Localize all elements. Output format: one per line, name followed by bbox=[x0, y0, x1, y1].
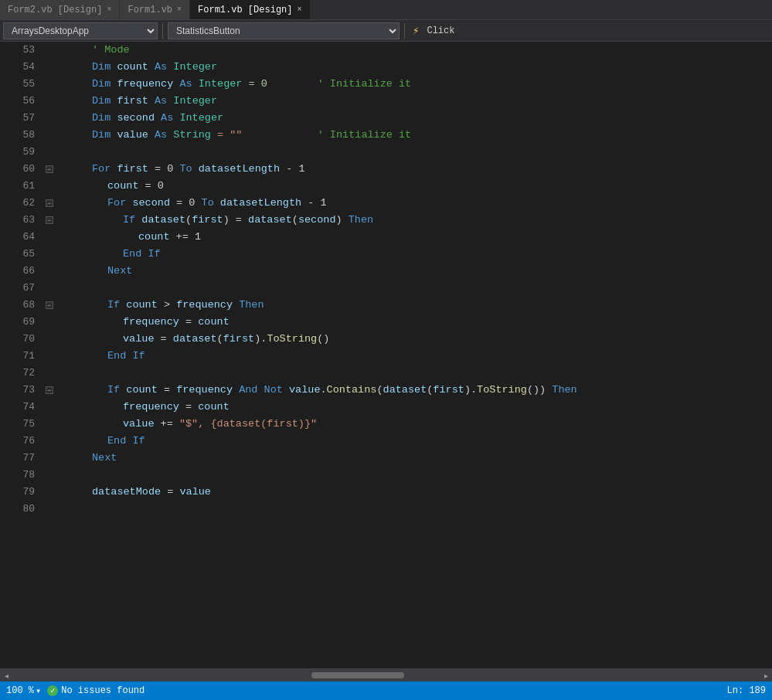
code-token bbox=[233, 382, 239, 399]
collapse-button[interactable]: − bbox=[46, 199, 53, 207]
code-token: = 0 bbox=[242, 76, 267, 93]
code-token: Next bbox=[107, 263, 132, 280]
code-token: count bbox=[138, 229, 170, 246]
code-line: Dim first As Integer bbox=[61, 93, 772, 110]
collapse-button[interactable]: − bbox=[46, 301, 53, 309]
object-dropdown[interactable]: ArraysDesktopApp bbox=[3, 22, 158, 39]
line-column-indicator: Ln: 189 bbox=[727, 685, 766, 696]
code-editor: 5354555657585960616263646566676869707172… bbox=[0, 42, 772, 668]
code-line bbox=[61, 144, 772, 161]
code-token: End If bbox=[107, 348, 145, 365]
tab-form1-vb[interactable]: Form1.vb × bbox=[120, 0, 190, 19]
code-token: String bbox=[173, 127, 211, 144]
check-icon: ✓ bbox=[47, 685, 58, 696]
code-token: value bbox=[123, 416, 155, 433]
close-icon[interactable]: × bbox=[297, 5, 301, 14]
code-token: End If bbox=[107, 433, 145, 450]
code-token: count bbox=[126, 382, 158, 399]
close-icon[interactable]: × bbox=[107, 5, 111, 14]
line-number: 73 bbox=[0, 382, 43, 399]
line-number: 55 bbox=[0, 76, 43, 93]
code-token: As bbox=[148, 93, 173, 110]
code-token: ( bbox=[292, 212, 298, 229]
code-token: first bbox=[117, 161, 148, 178]
code-line bbox=[61, 467, 772, 484]
code-token: End If bbox=[123, 246, 161, 263]
code-line: End If bbox=[61, 433, 772, 450]
code-token: second bbox=[117, 110, 155, 127]
code-token: Dim bbox=[92, 76, 117, 93]
scroll-left-button[interactable]: ◂ bbox=[0, 669, 12, 681]
collapse-button[interactable]: − bbox=[46, 386, 53, 394]
collapse-button[interactable]: − bbox=[46, 216, 53, 224]
code-token: ' Initialize it bbox=[318, 76, 412, 93]
code-token: value bbox=[179, 484, 211, 501]
code-line: If count = frequency And Not value.Conta… bbox=[61, 382, 772, 399]
line-number: 53 bbox=[0, 42, 43, 59]
code-token: ToString bbox=[477, 382, 527, 399]
code-line: If dataset(first) = dataset(second) Then bbox=[61, 212, 772, 229]
issues-status: ✓ No issues found bbox=[47, 685, 720, 696]
code-token: Next bbox=[92, 450, 117, 467]
code-token: Then bbox=[349, 212, 373, 229]
code-token: ) bbox=[336, 212, 349, 229]
line-number: 66 bbox=[0, 263, 43, 280]
zoom-control[interactable]: 100 % ▾ bbox=[6, 685, 41, 697]
line-number: 77 bbox=[0, 450, 43, 467]
code-line: Dim count As Integer bbox=[61, 59, 772, 76]
code-line: frequency = count bbox=[61, 399, 772, 416]
code-token: ' Mode bbox=[92, 42, 130, 59]
bottom-scrollbar-area: ◂ ▸ bbox=[0, 668, 772, 681]
event-dropdown[interactable]: StatisticsButton bbox=[168, 22, 400, 39]
issues-label: No issues found bbox=[61, 685, 145, 696]
code-line: count += 1 bbox=[61, 229, 772, 246]
code-token: Dim bbox=[92, 127, 117, 144]
scrollbar-track bbox=[12, 672, 760, 678]
code-token: = "" bbox=[211, 127, 243, 144]
code-token: first bbox=[117, 93, 148, 110]
line-numbers: 5354555657585960616263646566676869707172… bbox=[0, 42, 43, 668]
code-token: frequency bbox=[117, 76, 173, 93]
line-number: 57 bbox=[0, 110, 43, 127]
code-token: If bbox=[123, 212, 141, 229]
code-token: count bbox=[126, 297, 158, 314]
line-number: 56 bbox=[0, 93, 43, 110]
code-token: frequency bbox=[176, 297, 233, 314]
code-line: value = dataset(first).ToString() bbox=[61, 331, 772, 348]
code-token: For bbox=[107, 195, 132, 212]
zoom-label: 100 % bbox=[6, 685, 34, 696]
code-token: . bbox=[321, 382, 327, 399]
code-token: dataset bbox=[141, 212, 185, 229]
code-token: As bbox=[173, 76, 198, 93]
line-number: 64 bbox=[0, 229, 43, 246]
code-line: End If bbox=[61, 348, 772, 365]
line-number: 69 bbox=[0, 314, 43, 331]
code-token: frequency bbox=[123, 314, 179, 331]
line-number: 78 bbox=[0, 467, 43, 484]
line-number: 61 bbox=[0, 178, 43, 195]
code-line: For second = 0 To datasetLength - 1 bbox=[61, 195, 772, 212]
code-token: If bbox=[107, 297, 126, 314]
code-line bbox=[61, 280, 772, 297]
code-token: = bbox=[158, 382, 176, 399]
code-token: first bbox=[223, 331, 255, 348]
code-line: datasetMode = value bbox=[61, 484, 772, 501]
code-line bbox=[61, 365, 772, 382]
status-bar: 100 % ▾ ✓ No issues found Ln: 189 bbox=[0, 681, 772, 700]
code-token: If bbox=[107, 382, 126, 399]
scroll-right-button[interactable]: ▸ bbox=[760, 669, 772, 681]
code-line: ' Mode bbox=[61, 42, 772, 59]
scrollbar-thumb[interactable] bbox=[311, 672, 404, 678]
code-token: ()) bbox=[527, 382, 552, 399]
line-number: 62 bbox=[0, 195, 43, 212]
code-line: If count > frequency Then bbox=[61, 297, 772, 314]
code-token: frequency bbox=[123, 399, 179, 416]
code-token: = bbox=[179, 399, 198, 416]
tab-form1-design[interactable]: Form1.vb [Design] × bbox=[190, 0, 310, 19]
collapse-button[interactable]: − bbox=[46, 165, 53, 173]
code-content[interactable]: ' ModeDim count As IntegerDim frequency … bbox=[58, 42, 772, 668]
close-icon[interactable]: × bbox=[177, 5, 182, 14]
line-number: 67 bbox=[0, 280, 43, 297]
lightning-icon: ⚡ bbox=[410, 24, 422, 37]
tab-form2-design[interactable]: Form2.vb [Design] × bbox=[0, 0, 120, 19]
